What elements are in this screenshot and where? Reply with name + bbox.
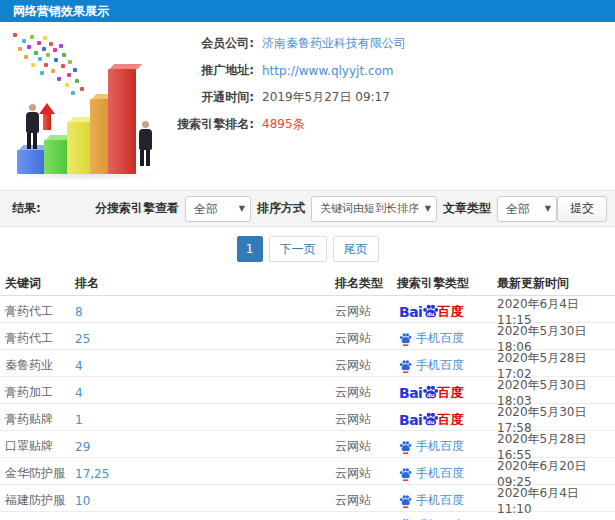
page-button-next[interactable]: 下一页 <box>269 236 327 262</box>
rank-type-cell: 云网站 <box>335 357 397 374</box>
table-header-cell: 最新更新时间 <box>497 275 615 292</box>
svg-text:du: du <box>427 419 435 425</box>
submit-button[interactable]: 提交 <box>557 196 607 222</box>
baidu-paw-icon <box>399 440 412 454</box>
search-engine-cell: 手机百度 <box>397 357 497 374</box>
page: 网络营销效果展示 会员公司:济南秦鲁药业科技有限公司推广地址:http://ww… <box>0 0 615 520</box>
info-field: 开通时间:2019年5月27日 09:17 <box>168 84 406 111</box>
page-title: 网络营销效果展示 <box>13 4 109 18</box>
page-button-current[interactable]: 1 <box>237 236 263 262</box>
chevron-down-icon: ▼ <box>425 197 431 221</box>
info-field: 推广地址:http://www.qlyyjt.com <box>168 57 406 84</box>
page-header: 网络营销效果展示 <box>0 0 615 22</box>
baidu-paw-icon <box>399 332 412 346</box>
article-type-select[interactable]: 全部▼ <box>497 196 557 222</box>
mobile-baidu-label: 手机百度 <box>416 465 464 482</box>
keyword-cell: 膏药代工 <box>5 330 75 347</box>
member-info-section: 会员公司:济南秦鲁药业科技有限公司推广地址:http://www.qlyyjt.… <box>0 22 615 190</box>
rank-link[interactable]: 4 <box>75 359 335 373</box>
rank-type-cell: 云网站 <box>335 411 397 428</box>
keyword-cell: 膏药代工 <box>5 303 75 320</box>
baidu-logo-text: Bai <box>399 412 422 428</box>
filter-label: 分搜索引擎查看 <box>95 200 179 217</box>
info-field-label: 会员公司: <box>168 35 254 52</box>
rank-link[interactable]: 1 <box>75 413 335 427</box>
search-engine-cell: 手机百度 <box>397 465 497 482</box>
chevron-down-icon: ▼ <box>545 197 551 221</box>
search-engine-cell: 手机百度 <box>397 517 497 520</box>
baidu-logo-text: Bai <box>399 304 422 320</box>
info-field-label: 推广地址: <box>168 62 254 79</box>
filter-label: 排序方式 <box>257 200 305 217</box>
info-field-value[interactable]: http://www.qlyyjt.com <box>262 64 394 78</box>
svg-text:du: du <box>427 311 435 317</box>
table-header-cell: 排名类型 <box>335 275 397 292</box>
rank-link[interactable]: 10 <box>75 494 335 508</box>
baidu-logo-text: Bai <box>399 385 422 401</box>
rank-link[interactable]: 25 <box>75 332 335 346</box>
rank-link[interactable]: 8 <box>75 305 335 319</box>
table-header-cell: 关键词 <box>5 275 75 292</box>
filter-selected-value: 关键词由短到长排序 <box>320 202 419 215</box>
baidu-logo-cn: 百度 <box>437 411 463 429</box>
baidu-logo-cn: 百度 <box>437 384 463 402</box>
search-engine-cell: 手机百度 <box>397 330 497 347</box>
table-row: 膏药代工25云网站手机百度2020年5月30日 18:06 <box>0 323 615 350</box>
chevron-down-icon: ▼ <box>239 197 245 221</box>
filter-label: 文章类型 <box>443 200 491 217</box>
filter-bar: 结果: 分搜索引擎查看全部▼排序方式关键词由短到长排序▼文章类型全部▼ 提交 <box>0 190 615 227</box>
keyword-cell: 福建防护服 <box>5 492 75 509</box>
info-field-label: 搜索引擎排名: <box>168 116 254 133</box>
businessman-figure-right <box>135 121 155 166</box>
sort-order-select[interactable]: 关键词由短到长排序▼ <box>311 196 437 222</box>
mobile-baidu-label: 手机百度 <box>416 330 464 347</box>
result-label: 结果: <box>12 200 41 217</box>
info-field-value[interactable]: 济南秦鲁药业科技有限公司 <box>262 35 406 52</box>
baidu-logo-cn: 百度 <box>437 303 463 321</box>
baidu-paw-icon <box>399 494 412 508</box>
table-row: 膏药加工4云网站Baidu百度2020年5月30日 18:03 <box>0 377 615 404</box>
keyword-cell: 口罩贴牌 <box>5 438 75 455</box>
rank-link[interactable]: 29 <box>75 440 335 454</box>
search-engine-cell: Baidu百度 <box>397 411 497 429</box>
table-row: 膏药贴牌1云网站Baidu百度2020年5月30日 17:58 <box>0 404 615 431</box>
baidu-paw-icon <box>399 467 412 481</box>
search-engine-cell: Baidu百度 <box>397 384 497 402</box>
table-header-cell: 搜索引擎类型 <box>397 275 497 292</box>
table-row: 福建防护服10云网站手机百度2020年6月4日 11:10 <box>0 485 615 512</box>
info-field-label: 开通时间: <box>168 89 254 106</box>
search-engine-cell: Baidu百度 <box>397 303 497 321</box>
table-header-row: 关键词排名排名类型搜索引擎类型最新更新时间 <box>0 271 615 296</box>
keyword-cell: 膏药贴牌 <box>5 411 75 428</box>
info-field-value: 4895条 <box>262 116 305 133</box>
table-row: 膏药代工8云网站Baidu百度2020年6月4日 11:15 <box>0 296 615 323</box>
info-field: 会员公司:济南秦鲁药业科技有限公司 <box>168 30 406 57</box>
update-time-cell: 2020年6月4日 11:10 <box>497 485 615 516</box>
member-info-fields: 会员公司:济南秦鲁药业科技有限公司推广地址:http://www.qlyyjt.… <box>168 30 406 138</box>
chart-bar-red <box>108 69 136 174</box>
info-field-value: 2019年5月27日 09:17 <box>262 89 390 106</box>
businessman-figure-left <box>22 104 42 149</box>
rank-type-cell: 云网站 <box>335 303 397 320</box>
search-engine-cell: 手机百度 <box>397 492 497 509</box>
table-header-cell: 排名 <box>75 275 335 292</box>
info-field: 搜索引擎排名:4895条 <box>168 111 406 138</box>
engine-filter-select[interactable]: 全部▼ <box>185 196 251 222</box>
search-engine-cell: 手机百度 <box>397 438 497 455</box>
rank-type-cell: 云网站 <box>335 492 397 509</box>
svg-text:du: du <box>427 392 435 398</box>
table-body: 膏药代工8云网站Baidu百度2020年6月4日 11:15膏药代工25云网站手… <box>0 296 615 520</box>
mobile-baidu-label: 手机百度 <box>416 438 464 455</box>
page-button-last[interactable]: 尾页 <box>333 236 379 262</box>
rank-type-cell: 云网站 <box>335 384 397 401</box>
rank-link[interactable]: 17,25 <box>75 467 335 481</box>
bar-chart-illustration <box>5 27 175 182</box>
table-row: 口罩贴牌29云网站手机百度2020年5月28日 16:55 <box>0 431 615 458</box>
rank-type-cell: 云网站 <box>335 330 397 347</box>
table-row: 秦鲁药业4云网站手机百度2020年5月28日 17:02 <box>0 350 615 377</box>
rank-type-cell: 云网站 <box>335 465 397 482</box>
rank-link[interactable]: 4 <box>75 386 335 400</box>
rank-type-cell: 云网站 <box>335 438 397 455</box>
table-row: 金华防护服17,25云网站手机百度2020年6月20日 09:25 <box>0 458 615 485</box>
filter-selected-value: 全部 <box>506 202 530 216</box>
